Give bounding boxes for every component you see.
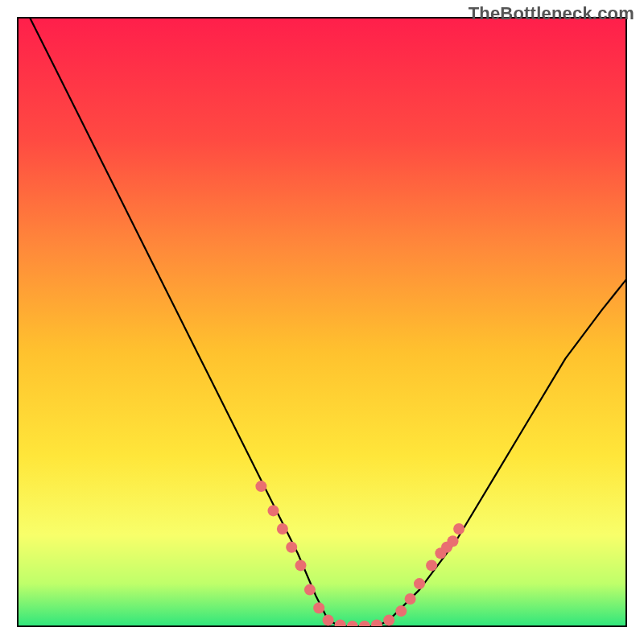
highlight-dot xyxy=(371,620,382,631)
highlight-dot xyxy=(277,523,288,535)
highlight-dot xyxy=(448,535,459,547)
chart-stage: TheBottleneck.com xyxy=(0,0,644,644)
watermark-text: TheBottleneck.com xyxy=(469,3,634,24)
highlight-dot xyxy=(414,578,425,589)
highlight-dot xyxy=(335,620,346,631)
highlight-dot xyxy=(359,621,370,632)
highlight-dot xyxy=(405,593,416,605)
highlight-dot xyxy=(426,559,437,571)
highlight-dot xyxy=(347,621,358,632)
highlight-dot xyxy=(295,559,307,571)
gradient-background xyxy=(18,18,626,626)
highlight-dot xyxy=(286,542,297,553)
bottleneck-chart xyxy=(0,0,644,644)
highlight-dot xyxy=(304,584,316,596)
highlight-dot xyxy=(383,614,394,625)
highlight-dot xyxy=(255,481,266,492)
highlight-dot xyxy=(313,602,324,613)
highlight-dot xyxy=(395,605,407,617)
highlight-dot xyxy=(323,614,334,625)
highlight-dot xyxy=(268,505,279,516)
highlight-dot xyxy=(453,523,464,535)
